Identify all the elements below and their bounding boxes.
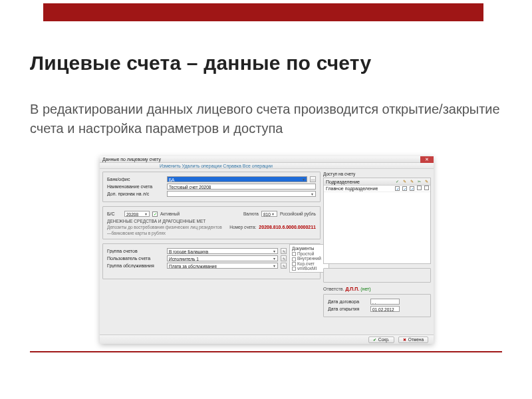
doc-row[interactable]: Простой xyxy=(292,251,327,256)
perm-edit2-icon: ✎ xyxy=(408,178,416,185)
access-col-name: Подразделение xyxy=(324,178,394,185)
dialog-titlebar: Данные по лицевому счету ✕ xyxy=(100,156,434,163)
doc-row[interactable]: Внутренний xyxy=(292,256,327,261)
label-date-open: Дата открытия xyxy=(328,307,368,311)
date-open-input[interactable]: 01.02.2012 xyxy=(370,306,400,312)
label-documents: Документы xyxy=(292,246,327,251)
label-active: Активный xyxy=(160,211,180,216)
label-account-name: Наименование счета xyxy=(107,184,164,189)
perm-checkbox[interactable] xyxy=(417,186,422,190)
edit-icon-2[interactable]: ✎ xyxy=(281,255,287,261)
section-title: ДЕНЕЖНЫЕ СРЕДСТВА И ДРАГОЦЕННЫЕ МЕТ xyxy=(107,219,316,223)
slide-subtitle: В редактировании данных лицевого счета п… xyxy=(30,100,502,138)
panel-identity: Банк/офис БА ⋯ Наименование счета Тестов… xyxy=(102,172,321,202)
currency-code-combo[interactable]: 810 xyxy=(261,211,277,217)
label-access: Доступ на счету xyxy=(323,172,431,176)
bank-office-combo[interactable]: БА xyxy=(167,176,307,182)
contract-combo[interactable] xyxy=(167,191,316,197)
panel-account-core: Б/С 20208 Активный Валюта 810 Российский… xyxy=(102,206,321,239)
edit-icon-3[interactable]: ✎ xyxy=(281,263,287,269)
perm-view-icon: ✓ xyxy=(394,178,401,185)
cancel-icon: ✖ xyxy=(403,337,406,342)
panel-groups: Группа счетов В городе Балашиха ✎ Пользо… xyxy=(102,243,321,279)
owner-hint: (нет) xyxy=(360,287,370,291)
slide-accent-bar xyxy=(43,3,483,21)
section-sub2: —банковские карты в рублях xyxy=(107,231,316,235)
dialog-toolbar[interactable]: Изменить Удалить операции Справка Все оп… xyxy=(100,163,434,169)
check-icon: ✔ xyxy=(373,337,376,342)
panel-dates: Дата договора . . Дата открытия 01.02.20… xyxy=(323,294,431,317)
label-acc-user: Пользователь счета xyxy=(107,256,164,261)
label-bank-office: Банк/офис xyxy=(107,177,164,182)
active-checkbox[interactable] xyxy=(152,211,158,217)
access-header: Подразделение ✓ ✎ ✎ ✂ ✎ xyxy=(324,178,430,186)
serv-group-combo[interactable]: Плата за обслуживание xyxy=(167,263,278,269)
label-date-contract: Дата договора xyxy=(328,299,368,304)
section-sub: Депозиты до востребования физических лиц… xyxy=(107,225,227,229)
access-table: Подразделение ✓ ✎ ✎ ✂ ✎ Главное подразде… xyxy=(323,178,431,264)
save-button[interactable]: ✔Сохр. xyxy=(368,336,394,343)
label-currency: Валюта xyxy=(243,211,259,216)
label-bs: Б/С xyxy=(107,211,122,216)
owner-name: Д.П.П. xyxy=(345,287,359,291)
perm-checkbox[interactable] xyxy=(402,186,407,191)
label-acc-group: Группа счетов xyxy=(107,249,164,253)
label-contract: Доп. признак на л/с xyxy=(107,192,164,196)
perm-edit-icon: ✎ xyxy=(401,178,408,185)
perm-checkbox[interactable] xyxy=(395,186,400,191)
label-acc-no: Номер счета: xyxy=(229,225,256,229)
access-row-name: Главное подразделение xyxy=(324,186,394,192)
perm-extra-icon: ✎ xyxy=(423,178,430,185)
perm-checkbox[interactable] xyxy=(410,186,414,191)
currency-name: Российский рубль xyxy=(280,211,316,216)
acc-group-combo[interactable]: В городе Балашиха xyxy=(167,248,278,254)
owner-row: Ответств. Д.П.П. (нет) xyxy=(323,287,431,291)
account-name-input[interactable]: Тестовый счет 20208 xyxy=(167,184,316,190)
date-contract-input[interactable]: . . xyxy=(370,299,400,305)
cancel-button[interactable]: ✖Отмена xyxy=(398,336,428,343)
dialog-footer: ✔Сохр. ✖Отмена xyxy=(100,334,434,344)
acc-user-combo[interactable]: Исполнитель 1 xyxy=(167,255,278,261)
close-icon[interactable]: ✕ xyxy=(420,156,434,163)
access-row[interactable]: Главное подразделение xyxy=(324,186,430,192)
account-number: 20208.810.6.0000.0000211 xyxy=(259,225,316,229)
account-dialog-screenshot: Данные по лицевому счету ✕ Изменить Удал… xyxy=(100,156,434,344)
doc-row[interactable]: Кор.счет xyxy=(292,261,327,266)
doc-row[interactable]: vmrBoxMI xyxy=(292,266,327,271)
dialog-title: Данные по лицевому счету xyxy=(102,157,161,162)
label-serv-group: Группа обслуживания xyxy=(107,263,164,268)
perm-cut-icon: ✂ xyxy=(416,178,423,185)
edit-icon[interactable]: ✎ xyxy=(281,248,287,254)
lookup-icon[interactable]: ⋯ xyxy=(310,176,316,182)
panel-empty xyxy=(323,268,431,283)
slide-title: Лицевые счета – данные по счету xyxy=(30,52,502,74)
label-owner: Ответств. xyxy=(323,287,344,291)
bs-combo[interactable]: 20208 xyxy=(124,211,150,217)
slide-underline xyxy=(30,351,502,352)
perm-checkbox[interactable] xyxy=(424,186,429,190)
